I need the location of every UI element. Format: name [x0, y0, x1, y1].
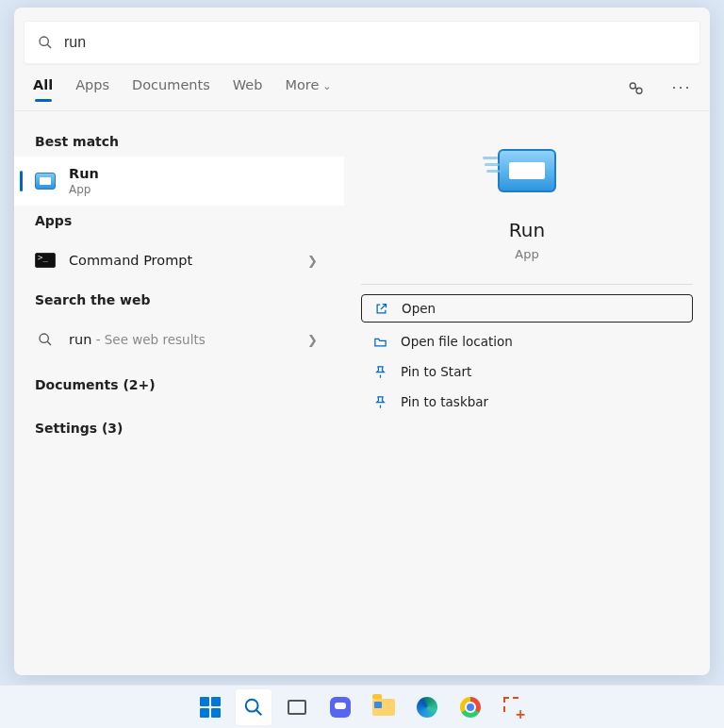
section-best-match: Best match [14, 126, 344, 157]
taskbar [0, 685, 724, 728]
action-open[interactable]: Open [361, 294, 693, 323]
command-prompt-icon [35, 253, 56, 268]
results-column: Best match Run App Apps Command Prompt ❯… [14, 111, 344, 675]
section-documents[interactable]: Documents (2+) [14, 370, 344, 400]
file-explorer-icon [372, 699, 395, 716]
divider [361, 284, 693, 285]
pin-icon [372, 394, 387, 409]
more-options-icon[interactable]: ··· [672, 79, 691, 98]
svg-point-4 [40, 334, 48, 342]
tab-apps[interactable]: Apps [75, 77, 109, 100]
section-settings[interactable]: Settings (3) [14, 413, 344, 443]
taskbar-chat[interactable] [321, 688, 359, 726]
taskview-icon [288, 700, 306, 715]
chevron-right-icon: ❯ [307, 333, 323, 347]
svg-point-6 [246, 699, 258, 711]
detail-column: Run App Open Open file location [344, 111, 710, 675]
search-icon [38, 332, 53, 347]
taskbar-search[interactable] [235, 688, 272, 726]
svg-line-7 [256, 709, 261, 714]
svg-line-5 [47, 341, 51, 345]
tab-documents[interactable]: Documents [132, 77, 210, 100]
taskbar-start[interactable] [191, 688, 229, 726]
detail-title: Run [509, 219, 545, 241]
run-app-icon-large [498, 149, 556, 192]
taskbar-edge[interactable] [408, 688, 446, 726]
quick-search-icon[interactable] [627, 79, 646, 98]
chevron-right-icon: ❯ [307, 254, 323, 268]
taskbar-snipping[interactable] [495, 688, 533, 726]
taskbar-taskview[interactable] [278, 688, 316, 726]
snipping-tool-icon [503, 697, 524, 718]
action-pin-start[interactable]: Pin to Start [361, 356, 693, 387]
run-app-icon [35, 173, 56, 190]
tab-web[interactable]: Web [233, 77, 263, 100]
section-apps: Apps [14, 206, 344, 236]
taskbar-chrome[interactable] [452, 688, 489, 726]
detail-subtitle: App [515, 247, 538, 261]
result-run-app[interactable]: Run App [14, 157, 344, 206]
action-pin-taskbar[interactable]: Pin to taskbar [361, 387, 693, 417]
folder-icon [372, 334, 387, 349]
chevron-down-icon: ⌄ [322, 80, 331, 92]
search-window: All Apps Documents Web More⌄ ··· Best ma… [14, 8, 710, 675]
search-bar[interactable] [24, 21, 700, 64]
chrome-icon [460, 697, 481, 718]
svg-line-1 [47, 44, 51, 48]
search-icon [38, 35, 53, 50]
windows-icon [200, 697, 221, 718]
chat-icon [330, 697, 351, 718]
result-command-prompt[interactable]: Command Prompt ❯ [14, 236, 344, 285]
pin-icon [372, 364, 387, 379]
search-input[interactable] [64, 34, 686, 51]
section-search-web: Search the web [14, 285, 344, 315]
edge-icon [417, 697, 437, 718]
search-icon [243, 697, 264, 718]
action-open-location[interactable]: Open file location [361, 326, 693, 356]
tab-all[interactable]: All [33, 77, 53, 100]
tab-row: All Apps Documents Web More⌄ ··· [14, 74, 710, 111]
svg-point-0 [40, 37, 48, 45]
tab-more[interactable]: More⌄ [285, 77, 331, 100]
taskbar-explorer[interactable] [365, 688, 403, 726]
open-icon [373, 301, 388, 316]
result-web-run[interactable]: run - See web results ❯ [14, 315, 344, 364]
